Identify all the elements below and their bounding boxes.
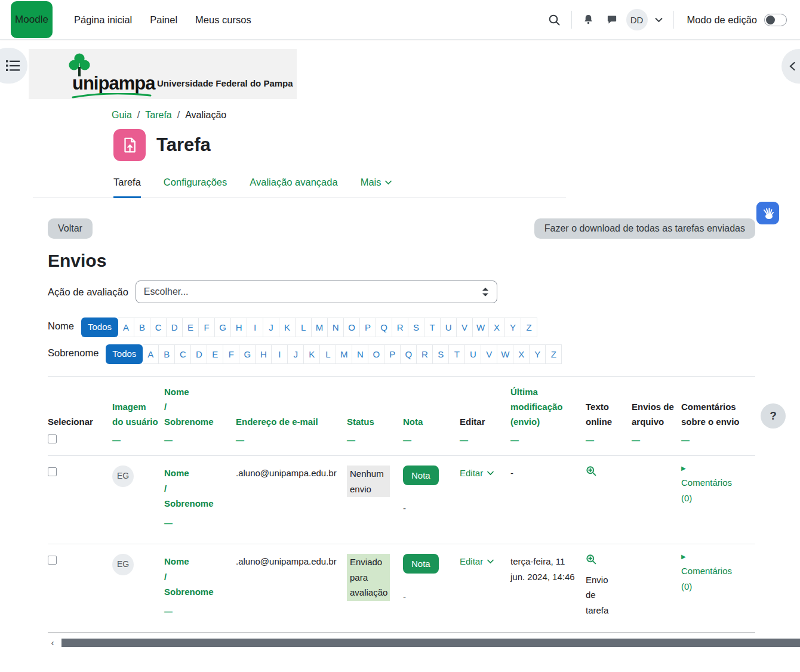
last-name-letter-i[interactable]: I <box>272 344 288 364</box>
tab-tarefa[interactable]: Tarefa <box>113 177 141 198</box>
online-text-zoom-link[interactable] <box>586 468 597 479</box>
user-menu-chevron-down-icon[interactable] <box>653 15 665 25</box>
column-label-endereco-de-e-mail[interactable]: Endereço de e-mail <box>236 417 318 427</box>
hide-column-icon[interactable]: — <box>586 436 594 445</box>
last-name-letter-u[interactable]: U <box>465 344 481 364</box>
column-label-ultima-modificacao-envio[interactable]: Última modificação (envio) <box>510 387 563 427</box>
first-name-letter-r[interactable]: R <box>392 317 408 337</box>
row-select-checkbox[interactable] <box>48 467 57 476</box>
first-name-letter-i[interactable]: I <box>247 317 263 337</box>
hide-column-icon[interactable]: — <box>236 436 244 445</box>
block-drawer-toggle-button[interactable] <box>781 49 800 84</box>
last-name-letter-n[interactable]: N <box>352 344 368 364</box>
hide-column-icon[interactable]: — <box>632 436 640 445</box>
hide-column-icon[interactable]: — <box>510 436 519 445</box>
hide-column-icon[interactable]: — <box>403 436 411 445</box>
file-submission-label[interactable]: Envio de tarefa <box>586 572 614 618</box>
last-name-all-button[interactable]: Todos <box>106 344 143 364</box>
comments-link[interactable]: Comentários (0) <box>681 475 739 505</box>
last-name-letter-g[interactable]: G <box>239 344 256 364</box>
hide-column-icon[interactable]: — <box>164 519 173 528</box>
help-button[interactable]: ? <box>761 403 786 429</box>
column-label-status[interactable]: Status <box>347 417 374 427</box>
first-name-letter-f[interactable]: F <box>199 317 215 337</box>
last-name-letter-s[interactable]: S <box>433 344 449 364</box>
last-name-letter-w[interactable]: W <box>497 344 513 364</box>
hide-column-icon[interactable]: — <box>112 436 121 445</box>
last-name-letter-m[interactable]: M <box>336 344 352 364</box>
first-name-letter-h[interactable]: H <box>231 317 247 337</box>
first-name-letter-m[interactable]: M <box>312 317 328 337</box>
student-name-link[interactable]: Nome / Sobrenome <box>164 466 231 511</box>
first-name-letter-b[interactable]: B <box>134 317 150 337</box>
last-name-letter-q[interactable]: Q <box>401 344 417 364</box>
first-name-letter-x[interactable]: X <box>489 317 505 337</box>
search-icon[interactable] <box>546 11 563 29</box>
row-select-checkbox[interactable] <box>48 556 57 565</box>
first-name-letter-p[interactable]: P <box>360 317 376 337</box>
last-name-letter-l[interactable]: L <box>320 344 336 364</box>
grade-button[interactable]: Nota <box>403 466 439 485</box>
first-name-all-button[interactable]: Todos <box>81 317 118 337</box>
nav-link-meus-cursos[interactable]: Meus cursos <box>195 14 251 26</box>
last-name-letter-t[interactable]: T <box>449 344 465 364</box>
first-name-letter-k[interactable]: K <box>279 317 296 337</box>
edit-menu-link[interactable]: Editar <box>460 554 494 569</box>
tab-mais[interactable]: Mais <box>361 177 392 198</box>
last-name-letter-r[interactable]: R <box>417 344 433 364</box>
back-button[interactable]: Voltar <box>48 218 93 239</box>
last-name-letter-o[interactable]: O <box>368 344 384 364</box>
last-name-letter-h[interactable]: H <box>256 344 272 364</box>
download-all-submissions-button[interactable]: Fazer o download de todas as tarefas env… <box>534 218 755 239</box>
grading-action-select[interactable]: Escolher... <box>136 280 497 303</box>
first-name-letter-g[interactable]: G <box>215 317 231 337</box>
nav-link-painel[interactable]: Painel <box>150 14 177 26</box>
first-name-letter-l[interactable]: L <box>296 317 312 337</box>
last-name-letter-c[interactable]: C <box>175 344 191 364</box>
edit-menu-link[interactable]: Editar <box>460 466 494 481</box>
student-name-link[interactable]: Nome / Sobrenome <box>164 554 231 600</box>
last-name-letter-j[interactable]: J <box>288 344 304 364</box>
first-name-letter-n[interactable]: N <box>328 317 344 337</box>
first-name-letter-e[interactable]: E <box>183 317 199 337</box>
last-name-letter-e[interactable]: E <box>207 344 223 364</box>
first-name-letter-z[interactable]: Z <box>521 317 537 337</box>
messages-chat-icon[interactable] <box>604 12 620 28</box>
hide-column-icon[interactable]: — <box>681 436 690 445</box>
column-label-imagem-do-usuario[interactable]: Imagem do usuário <box>112 402 158 427</box>
column-label-nome-sobrenome[interactable]: Nome / Sobrenome <box>164 387 214 427</box>
hide-column-icon[interactable]: — <box>460 436 468 445</box>
column-label-nota[interactable]: Nota <box>403 417 423 427</box>
last-name-letter-d[interactable]: D <box>191 344 207 364</box>
hide-column-icon[interactable]: — <box>164 436 173 445</box>
last-name-letter-z[interactable]: Z <box>546 344 562 364</box>
nav-link-pagina-inicial[interactable]: Página inicial <box>74 14 132 26</box>
grade-button[interactable]: Nota <box>403 554 439 574</box>
online-text-zoom-link[interactable] <box>586 557 597 567</box>
first-name-letter-j[interactable]: J <box>263 317 279 337</box>
first-name-letter-o[interactable]: O <box>344 317 360 337</box>
first-name-letter-a[interactable]: A <box>118 317 134 337</box>
avatar[interactable]: EG <box>112 554 134 575</box>
first-name-letter-w[interactable]: W <box>473 317 489 337</box>
hide-column-icon[interactable]: — <box>164 607 173 616</box>
collapse-triangle-icon[interactable]: ▶ <box>681 554 750 560</box>
scrollbar-thumb[interactable] <box>61 639 800 647</box>
first-name-letter-c[interactable]: C <box>150 317 167 337</box>
notifications-bell-icon[interactable] <box>580 11 596 28</box>
last-name-letter-b[interactable]: B <box>159 344 175 364</box>
last-name-letter-v[interactable]: V <box>481 344 497 364</box>
avatar[interactable]: EG <box>112 466 134 487</box>
accessibility-handtalk-button[interactable] <box>756 202 779 224</box>
last-name-letter-k[interactable]: K <box>304 344 320 364</box>
scroll-left-arrow[interactable]: ‹ <box>48 638 57 648</box>
user-avatar[interactable]: DD <box>626 9 648 30</box>
select-all-checkbox[interactable] <box>48 434 57 443</box>
hide-column-icon[interactable]: — <box>347 436 355 445</box>
first-name-letter-v[interactable]: V <box>457 317 473 337</box>
last-name-letter-p[interactable]: P <box>384 344 401 364</box>
course-index-drawer-button[interactable] <box>0 48 27 84</box>
tab-configuracoes[interactable]: Configurações <box>164 177 227 198</box>
tab-avaliacao-avancada[interactable]: Avaliação avançada <box>250 177 337 198</box>
first-name-letter-u[interactable]: U <box>441 317 457 337</box>
